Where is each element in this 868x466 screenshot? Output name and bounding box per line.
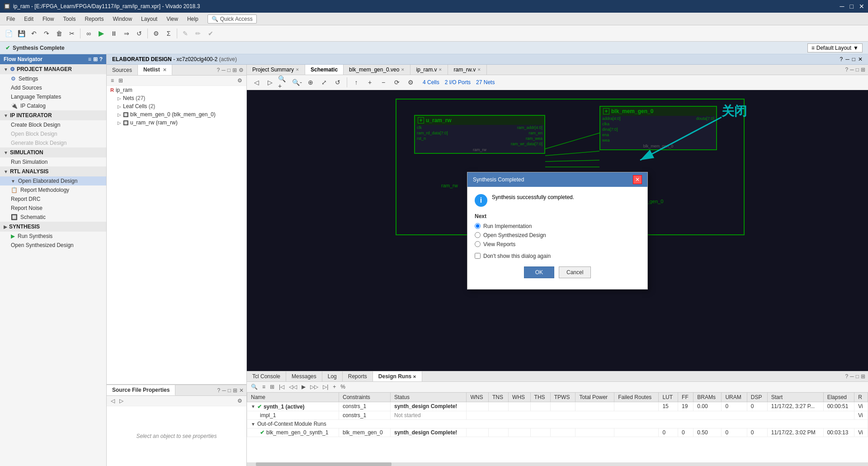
prop-fwd-btn[interactable]: ▷ — [118, 397, 125, 404]
nav-open-synthesized-design[interactable]: Open Synthesized Design — [0, 241, 106, 250]
nav-report-methodology[interactable]: 📋 Report Methodology — [0, 185, 106, 195]
menu-reports[interactable]: Reports — [80, 14, 108, 24]
sfp-expand-icon[interactable]: ⊞ — [233, 387, 237, 394]
menu-layout[interactable]: Layout — [137, 14, 162, 24]
bottom-scroll-area[interactable] — [247, 462, 868, 466]
menu-flow[interactable]: Flow — [38, 14, 58, 24]
nav-help-icon[interactable]: ? — [99, 56, 103, 62]
ooc-collapse[interactable]: ▼ — [251, 422, 255, 427]
modal-cancel-button[interactable]: Cancel — [559, 266, 591, 278]
radio-open-syn[interactable]: Open Synthesized Design — [475, 232, 640, 238]
nav-add-sources[interactable]: Add Sources — [0, 83, 106, 92]
default-layout-dropdown[interactable]: ≡ Default Layout ▼ — [807, 43, 863, 52]
sch-fwd-btn[interactable]: ▷ — [264, 76, 276, 88]
sch-add-btn[interactable]: + — [364, 76, 376, 88]
tree-blk-mem-gen[interactable]: ▷ 🔲 blk_mem_gen_0 (blk_mem_gen_0) — [107, 110, 246, 119]
io-ports-info[interactable]: 2 I/O Ports — [445, 79, 471, 86]
tab-reports[interactable]: Reports — [343, 371, 373, 381]
nav-ip-catalog[interactable]: 🔌 IP Catalog — [0, 101, 106, 110]
dr-percent-btn[interactable]: % — [339, 383, 347, 390]
prop-back-btn[interactable]: ◁ — [109, 397, 116, 404]
dont-show-checkbox[interactable] — [475, 253, 481, 259]
ip-ram-v-close[interactable]: ✕ — [439, 67, 442, 72]
ps-close[interactable]: ✕ — [296, 67, 299, 72]
nav-report-noise[interactable]: Report Noise — [0, 204, 106, 213]
btm-expand-icon[interactable]: ⊞ — [861, 373, 865, 380]
dr-add-btn[interactable]: + — [331, 383, 337, 390]
section-rtl-analysis[interactable]: ▼ RTL ANALYSIS — [0, 166, 106, 176]
sch-fit-btn[interactable]: ⊕ — [305, 76, 316, 88]
tree-u-ram-rw[interactable]: ▷ 🔲 u_ram_rw (ram_rw) — [107, 119, 246, 127]
tab-messages[interactable]: Messages — [286, 371, 322, 381]
sch-refresh-btn[interactable]: ↺ — [332, 76, 344, 88]
tab-source-file-props[interactable]: Source File Properties — [107, 385, 175, 395]
expand-all-icon[interactable]: ⊞ — [93, 56, 98, 62]
tab-sources[interactable]: Sources — [107, 65, 138, 75]
undo-button[interactable]: ↶ — [28, 28, 40, 39]
prop-gear-btn[interactable]: ⚙ — [236, 397, 244, 404]
section-ip-integrator[interactable]: ▼ IP INTEGRATOR — [0, 110, 106, 120]
tab-project-summary[interactable]: Project Summary ✕ — [247, 65, 305, 75]
menu-help[interactable]: Help — [183, 14, 203, 24]
run-button[interactable]: ▶ — [95, 28, 107, 39]
menu-window[interactable]: Window — [108, 14, 137, 24]
radio-view-reports-input[interactable] — [475, 241, 481, 247]
btm-max-icon[interactable]: □ — [856, 373, 859, 380]
sch-reload-btn[interactable]: ⟳ — [391, 76, 403, 88]
sfp-help-icon[interactable]: ? — [217, 387, 221, 394]
step-button[interactable]: ⏸ — [108, 28, 120, 39]
sch-back-btn[interactable]: ◁ — [250, 76, 262, 88]
menu-tools[interactable]: Tools — [58, 14, 80, 24]
sources-expand-icon[interactable]: ⊞ — [232, 67, 237, 73]
sources-help-icon[interactable]: ? — [217, 67, 220, 73]
design-runs-close[interactable]: ✕ — [413, 375, 416, 379]
elab-help-icon[interactable]: ? — [840, 56, 843, 62]
tab-schematic[interactable]: Schematic — [305, 65, 344, 75]
sources-min-icon[interactable]: ─ — [222, 67, 226, 73]
sch-help-icon[interactable]: ? — [845, 67, 849, 73]
sfp-min-icon[interactable]: ─ — [222, 387, 226, 394]
redo-button[interactable]: ↷ — [41, 28, 52, 39]
btm-help-icon[interactable]: ? — [845, 373, 849, 380]
tree-leaf-cells[interactable]: ▷ Leaf Cells (2) — [107, 102, 246, 110]
horizontal-scrollbar-thumb[interactable] — [256, 462, 392, 466]
nav-report-drc[interactable]: Report DRC — [0, 195, 106, 204]
dr-expand-btn[interactable]: ⊞ — [269, 383, 276, 390]
menu-file[interactable]: File — [2, 14, 19, 24]
elab-max-icon[interactable]: □ — [852, 56, 855, 62]
program-button[interactable]: ∞ — [83, 28, 94, 39]
modal-ok-button[interactable]: OK — [524, 266, 554, 278]
refresh-button[interactable]: ↺ — [133, 28, 145, 39]
dr-play-btn[interactable]: ▶ — [300, 383, 307, 390]
nav-create-block-design[interactable]: Create Block Design — [0, 120, 106, 129]
nav-language-templates[interactable]: Language Templates — [0, 92, 106, 101]
sfp-max-icon[interactable]: □ — [228, 387, 231, 394]
nav-run-simulation[interactable]: Run Simulation — [0, 157, 106, 166]
sch-expand-icon[interactable]: ⊞ — [861, 67, 865, 73]
dont-show-row[interactable]: Don't show this dialog again — [475, 253, 640, 259]
quick-access-bar[interactable]: 🔍 Quick Access — [208, 14, 257, 24]
tab-log[interactable]: Log — [322, 371, 343, 381]
close-button[interactable]: ✕ — [859, 3, 864, 10]
sch-minus-btn[interactable]: − — [377, 76, 389, 88]
netlist-expand-btn[interactable]: ⊞ — [117, 77, 124, 84]
netlist-gear-btn[interactable]: ⚙ — [236, 77, 244, 84]
dr-collapse-btn[interactable]: ≡ — [261, 383, 267, 390]
nav-schematic[interactable]: 🔲 Schematic — [0, 213, 106, 222]
elab-close-icon[interactable]: ✕ — [858, 56, 863, 62]
cells-info[interactable]: 4 Cells — [423, 79, 439, 86]
radio-run-impl-input[interactable] — [475, 223, 481, 229]
dr-last-btn[interactable]: ▷| — [321, 383, 330, 390]
elab-min-icon[interactable]: ─ — [845, 56, 849, 62]
dr-first-btn[interactable]: |◁ — [278, 383, 286, 390]
sources-gear-icon[interactable]: ⚙ — [239, 67, 244, 73]
tab-netlist[interactable]: Netlist ✕ — [138, 65, 172, 75]
radio-view-reports[interactable]: View Reports — [475, 241, 640, 247]
minimize-button[interactable]: ─ — [840, 3, 844, 10]
sch-gear-btn[interactable]: ⚙ — [405, 76, 416, 88]
nav-settings[interactable]: ⚙ Settings — [0, 74, 106, 83]
tab-ram-rw-v[interactable]: ram_rw.v ✕ — [448, 65, 487, 75]
sfp-close-icon[interactable]: ✕ — [239, 387, 244, 394]
section-project-manager[interactable]: ▼ ⚙ PROJECT MANAGER — [0, 64, 106, 74]
sigma-button[interactable]: Σ — [163, 28, 175, 39]
